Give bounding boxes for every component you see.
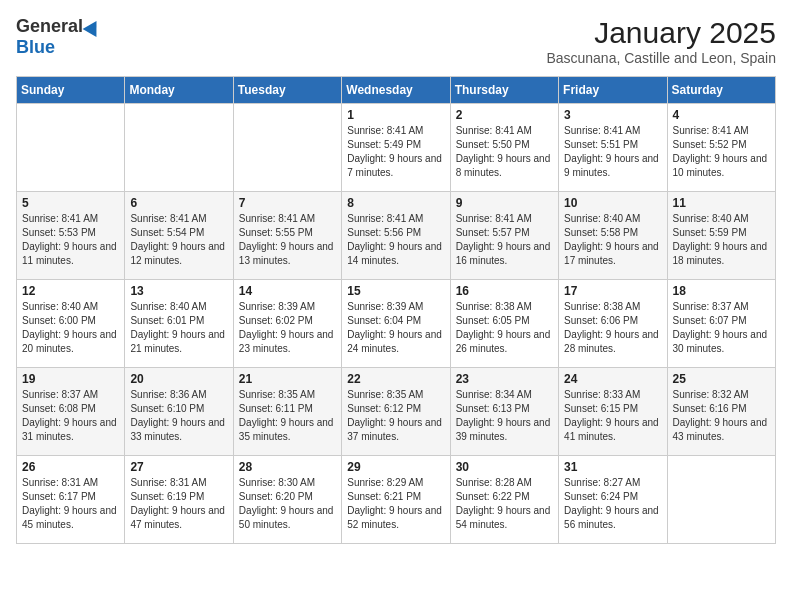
day-number: 24 [564,372,661,386]
logo-blue-text: Blue [16,37,55,58]
calendar-header-row: SundayMondayTuesdayWednesdayThursdayFrid… [17,77,776,104]
calendar-week-row: 1Sunrise: 8:41 AM Sunset: 5:49 PM Daylig… [17,104,776,192]
day-number: 23 [456,372,553,386]
day-number: 12 [22,284,119,298]
calendar-cell: 30Sunrise: 8:28 AM Sunset: 6:22 PM Dayli… [450,456,558,544]
day-info: Sunrise: 8:32 AM Sunset: 6:16 PM Dayligh… [673,388,770,444]
day-info: Sunrise: 8:31 AM Sunset: 6:17 PM Dayligh… [22,476,119,532]
day-number: 7 [239,196,336,210]
title-block: January 2025 Bascunana, Castille and Leo… [546,16,776,66]
day-info: Sunrise: 8:41 AM Sunset: 5:54 PM Dayligh… [130,212,227,268]
day-info: Sunrise: 8:41 AM Sunset: 5:57 PM Dayligh… [456,212,553,268]
day-number: 19 [22,372,119,386]
day-of-week-header: Wednesday [342,77,450,104]
day-info: Sunrise: 8:30 AM Sunset: 6:20 PM Dayligh… [239,476,336,532]
day-info: Sunrise: 8:34 AM Sunset: 6:13 PM Dayligh… [456,388,553,444]
day-number: 6 [130,196,227,210]
day-number: 2 [456,108,553,122]
calendar-cell: 31Sunrise: 8:27 AM Sunset: 6:24 PM Dayli… [559,456,667,544]
page-header: General Blue January 2025 Bascunana, Cas… [16,16,776,66]
day-number: 16 [456,284,553,298]
calendar-week-row: 12Sunrise: 8:40 AM Sunset: 6:00 PM Dayli… [17,280,776,368]
calendar-cell: 19Sunrise: 8:37 AM Sunset: 6:08 PM Dayli… [17,368,125,456]
calendar-cell: 21Sunrise: 8:35 AM Sunset: 6:11 PM Dayli… [233,368,341,456]
day-number: 15 [347,284,444,298]
day-info: Sunrise: 8:41 AM Sunset: 5:52 PM Dayligh… [673,124,770,180]
day-number: 29 [347,460,444,474]
day-number: 31 [564,460,661,474]
calendar-cell: 23Sunrise: 8:34 AM Sunset: 6:13 PM Dayli… [450,368,558,456]
day-info: Sunrise: 8:29 AM Sunset: 6:21 PM Dayligh… [347,476,444,532]
day-number: 11 [673,196,770,210]
day-number: 3 [564,108,661,122]
day-number: 26 [22,460,119,474]
calendar-cell: 28Sunrise: 8:30 AM Sunset: 6:20 PM Dayli… [233,456,341,544]
day-info: Sunrise: 8:40 AM Sunset: 5:59 PM Dayligh… [673,212,770,268]
day-number: 8 [347,196,444,210]
day-number: 18 [673,284,770,298]
calendar-cell: 7Sunrise: 8:41 AM Sunset: 5:55 PM Daylig… [233,192,341,280]
calendar-cell: 9Sunrise: 8:41 AM Sunset: 5:57 PM Daylig… [450,192,558,280]
day-of-week-header: Saturday [667,77,775,104]
calendar-cell: 14Sunrise: 8:39 AM Sunset: 6:02 PM Dayli… [233,280,341,368]
calendar-cell: 27Sunrise: 8:31 AM Sunset: 6:19 PM Dayli… [125,456,233,544]
calendar-week-row: 19Sunrise: 8:37 AM Sunset: 6:08 PM Dayli… [17,368,776,456]
calendar-cell [17,104,125,192]
calendar-cell: 26Sunrise: 8:31 AM Sunset: 6:17 PM Dayli… [17,456,125,544]
day-info: Sunrise: 8:40 AM Sunset: 5:58 PM Dayligh… [564,212,661,268]
day-number: 14 [239,284,336,298]
day-info: Sunrise: 8:35 AM Sunset: 6:12 PM Dayligh… [347,388,444,444]
calendar-cell: 11Sunrise: 8:40 AM Sunset: 5:59 PM Dayli… [667,192,775,280]
day-info: Sunrise: 8:28 AM Sunset: 6:22 PM Dayligh… [456,476,553,532]
logo: General Blue [16,16,101,58]
day-info: Sunrise: 8:27 AM Sunset: 6:24 PM Dayligh… [564,476,661,532]
day-info: Sunrise: 8:41 AM Sunset: 5:50 PM Dayligh… [456,124,553,180]
calendar-cell [125,104,233,192]
calendar-cell [667,456,775,544]
calendar-cell: 22Sunrise: 8:35 AM Sunset: 6:12 PM Dayli… [342,368,450,456]
day-info: Sunrise: 8:41 AM Sunset: 5:56 PM Dayligh… [347,212,444,268]
calendar-cell [233,104,341,192]
calendar-cell: 16Sunrise: 8:38 AM Sunset: 6:05 PM Dayli… [450,280,558,368]
day-number: 10 [564,196,661,210]
day-info: Sunrise: 8:41 AM Sunset: 5:53 PM Dayligh… [22,212,119,268]
day-number: 28 [239,460,336,474]
day-info: Sunrise: 8:33 AM Sunset: 6:15 PM Dayligh… [564,388,661,444]
calendar-cell: 3Sunrise: 8:41 AM Sunset: 5:51 PM Daylig… [559,104,667,192]
day-info: Sunrise: 8:38 AM Sunset: 6:05 PM Dayligh… [456,300,553,356]
day-of-week-header: Friday [559,77,667,104]
calendar-cell: 29Sunrise: 8:29 AM Sunset: 6:21 PM Dayli… [342,456,450,544]
calendar-cell: 17Sunrise: 8:38 AM Sunset: 6:06 PM Dayli… [559,280,667,368]
day-of-week-header: Monday [125,77,233,104]
calendar-cell: 2Sunrise: 8:41 AM Sunset: 5:50 PM Daylig… [450,104,558,192]
calendar-cell: 24Sunrise: 8:33 AM Sunset: 6:15 PM Dayli… [559,368,667,456]
day-number: 5 [22,196,119,210]
calendar-cell: 18Sunrise: 8:37 AM Sunset: 6:07 PM Dayli… [667,280,775,368]
day-info: Sunrise: 8:40 AM Sunset: 6:00 PM Dayligh… [22,300,119,356]
day-number: 25 [673,372,770,386]
calendar-cell: 12Sunrise: 8:40 AM Sunset: 6:00 PM Dayli… [17,280,125,368]
calendar-cell: 6Sunrise: 8:41 AM Sunset: 5:54 PM Daylig… [125,192,233,280]
day-info: Sunrise: 8:39 AM Sunset: 6:04 PM Dayligh… [347,300,444,356]
location-subtitle: Bascunana, Castille and Leon, Spain [546,50,776,66]
day-of-week-header: Thursday [450,77,558,104]
calendar-cell: 5Sunrise: 8:41 AM Sunset: 5:53 PM Daylig… [17,192,125,280]
calendar-cell: 8Sunrise: 8:41 AM Sunset: 5:56 PM Daylig… [342,192,450,280]
calendar-cell: 13Sunrise: 8:40 AM Sunset: 6:01 PM Dayli… [125,280,233,368]
day-info: Sunrise: 8:37 AM Sunset: 6:08 PM Dayligh… [22,388,119,444]
day-number: 21 [239,372,336,386]
day-of-week-header: Sunday [17,77,125,104]
day-number: 20 [130,372,227,386]
day-info: Sunrise: 8:41 AM Sunset: 5:51 PM Dayligh… [564,124,661,180]
day-info: Sunrise: 8:37 AM Sunset: 6:07 PM Dayligh… [673,300,770,356]
day-info: Sunrise: 8:38 AM Sunset: 6:06 PM Dayligh… [564,300,661,356]
day-info: Sunrise: 8:36 AM Sunset: 6:10 PM Dayligh… [130,388,227,444]
day-number: 30 [456,460,553,474]
month-title: January 2025 [546,16,776,50]
day-number: 13 [130,284,227,298]
day-info: Sunrise: 8:41 AM Sunset: 5:55 PM Dayligh… [239,212,336,268]
day-number: 9 [456,196,553,210]
calendar-table: SundayMondayTuesdayWednesdayThursdayFrid… [16,76,776,544]
day-number: 17 [564,284,661,298]
calendar-cell: 4Sunrise: 8:41 AM Sunset: 5:52 PM Daylig… [667,104,775,192]
